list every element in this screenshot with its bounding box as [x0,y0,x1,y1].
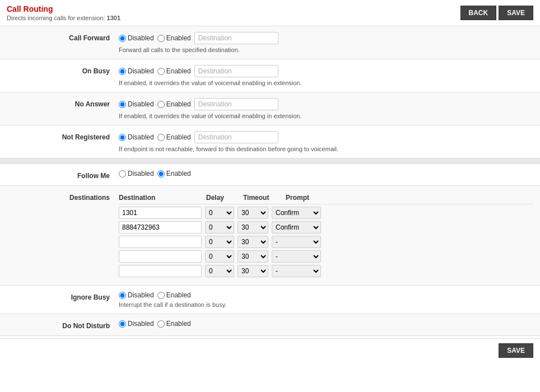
no-answer-destination[interactable] [194,98,278,110]
follow-me-row: Follow Me Disabled Enabled [0,164,540,185]
page-title: Call Routing [7,4,120,13]
no-answer-section: No Answer Disabled Enabled If enabled, i… [0,92,540,125]
on-busy-row: On Busy Disabled Enabled If enabled, it … [0,59,540,92]
not-registered-help: If endpoint is not reachable, forward to… [119,146,533,152]
dest-row-3: 05101520 10152025303540 -Confirm [119,236,533,248]
on-busy-disabled-radio[interactable]: Disabled [119,67,154,75]
col-header-destination: Destination [119,194,203,202]
not-registered-enabled-radio[interactable]: Enabled [157,133,191,141]
do-not-disturb-radio-group: Disabled Enabled [119,320,533,328]
delay-select-1[interactable]: 05101520 [205,207,234,219]
do-not-disturb-content: Disabled Enabled [119,320,533,330]
timeout-select-5[interactable]: 10152025303540 [238,265,268,277]
on-busy-section: On Busy Disabled Enabled If enabled, it … [0,59,540,92]
prompt-select-3[interactable]: -Confirm [272,236,321,248]
section-divider [0,158,540,164]
not-registered-section: Not Registered Disabled Enabled If endpo… [0,125,540,158]
timeout-select-4[interactable]: 10152025303540 [238,250,268,263]
dest-row-2: 05101520 10152025303540 -Confirm [119,221,533,234]
prompt-select-1[interactable]: -Confirm [272,207,321,219]
do-not-disturb-row: Do Not Disturb Disabled Enabled [0,314,540,335]
call-forward-label: Call Forward [7,32,119,42]
follow-me-disabled-radio[interactable]: Disabled [119,170,154,178]
not-registered-content: Disabled Enabled If endpoint is not reac… [119,131,533,152]
on-busy-label: On Busy [7,65,119,75]
ignore-busy-label: Ignore Busy [7,291,119,301]
follow-me-enabled-radio[interactable]: Enabled [157,170,191,178]
destinations-section: Destinations Destination Delay Timeout P… [0,186,540,286]
dest-input-3[interactable] [119,236,202,248]
col-header-delay: Delay [206,194,240,202]
ignore-busy-section: Ignore Busy Disabled Enabled Interrupt t… [0,286,540,314]
delay-select-5[interactable]: 05101520 [205,265,234,277]
save-button-top[interactable]: SAVE [499,6,533,20]
do-not-disturb-disabled-radio[interactable]: Disabled [119,320,154,328]
dest-row-1: 05101520 10152025303540 -Confirm [119,207,533,219]
delay-select-2[interactable]: 05101520 [205,221,234,234]
ignore-busy-enabled-radio[interactable]: Enabled [157,291,191,299]
ignore-busy-radio-group: Disabled Enabled [119,291,533,299]
timeout-select-3[interactable]: 10152025303540 [238,236,268,248]
dest-input-1[interactable] [119,207,202,219]
call-forward-row: Call Forward Disabled Enabled Forward al… [0,26,540,59]
follow-me-section: Follow Me Disabled Enabled [0,164,540,186]
no-answer-content: Disabled Enabled If enabled, it override… [119,98,533,119]
not-registered-label: Not Registered [7,131,119,141]
save-button-bottom[interactable]: SAVE [499,343,533,358]
destinations-content: Destination Delay Timeout Prompt 0510152… [119,192,533,279]
follow-me-radio-group: Disabled Enabled [119,170,533,178]
back-button[interactable]: BACK [460,6,497,20]
destinations-row: Destinations Destination Delay Timeout P… [0,186,540,285]
on-busy-destination[interactable] [194,65,278,77]
page-header: Call Routing Directs incoming calls for … [0,0,540,26]
call-forward-radio-group: Disabled Enabled [119,32,533,44]
do-not-disturb-label: Do Not Disturb [7,320,119,330]
on-busy-content: Disabled Enabled If enabled, it override… [119,65,533,86]
follow-me-label: Follow Me [7,170,119,180]
call-forward-destination[interactable] [194,32,278,44]
not-registered-disabled-radio[interactable]: Disabled [119,133,154,141]
call-forward-section: Call Forward Disabled Enabled Forward al… [0,26,540,59]
ignore-busy-disabled-radio[interactable]: Disabled [119,291,154,299]
destinations-label: Destinations [7,192,119,202]
prompt-select-2[interactable]: -Confirm [272,221,321,234]
dest-row-4: 05101520 10152025303540 -Confirm [119,250,533,263]
prompt-select-5[interactable]: -Confirm [272,265,321,277]
no-answer-label: No Answer [7,98,119,108]
no-answer-help: If enabled, it overrides the value of vo… [119,113,533,119]
follow-me-content: Disabled Enabled [119,170,533,180]
delay-select-3[interactable]: 05101520 [205,236,234,248]
on-busy-radio-group: Disabled Enabled [119,65,533,77]
ignore-busy-help: Interrupt the call if a destination is b… [119,301,533,308]
do-not-disturb-section: Do Not Disturb Disabled Enabled [0,314,540,336]
no-answer-row: No Answer Disabled Enabled If enabled, i… [0,92,540,125]
not-registered-destination[interactable] [194,131,278,143]
ignore-busy-row: Ignore Busy Disabled Enabled Interrupt t… [0,286,540,314]
dest-row-5: 05101520 10152025303540 -Confirm [119,265,533,277]
dest-input-5[interactable] [119,265,202,277]
call-forward-enabled-radio[interactable]: Enabled [157,34,191,42]
no-answer-radio-group: Disabled Enabled [119,98,533,110]
dest-input-2[interactable] [119,221,202,234]
prompt-select-4[interactable]: -Confirm [272,250,321,263]
do-not-disturb-enabled-radio[interactable]: Enabled [157,320,191,328]
no-answer-disabled-radio[interactable]: Disabled [119,100,154,108]
col-header-prompt: Prompt [286,194,336,202]
bottom-save-area: SAVE [0,338,540,362]
not-registered-radio-group: Disabled Enabled [119,131,533,143]
timeout-select-2[interactable]: 10152025303540 [238,221,268,234]
dest-input-4[interactable] [119,250,202,263]
delay-select-4[interactable]: 05101520 [205,250,234,263]
destinations-table-header: Destination Delay Timeout Prompt [119,192,533,204]
call-forward-help: Forward all calls to the specified desti… [119,46,533,53]
on-busy-enabled-radio[interactable]: Enabled [157,67,191,75]
ignore-busy-content: Disabled Enabled Interrupt the call if a… [119,291,533,308]
on-busy-help: If enabled, it overrides the value of vo… [119,80,533,86]
header-buttons: BACK SAVE [460,6,533,20]
call-forward-disabled-radio[interactable]: Disabled [119,34,154,42]
call-forward-content: Disabled Enabled Forward all calls to th… [119,32,533,53]
page-subtitle: Directs incoming calls for extension: 13… [7,15,120,21]
timeout-select-1[interactable]: 10152025303540 [238,207,268,219]
no-answer-enabled-radio[interactable]: Enabled [157,100,191,108]
not-registered-row: Not Registered Disabled Enabled If endpo… [0,125,540,158]
